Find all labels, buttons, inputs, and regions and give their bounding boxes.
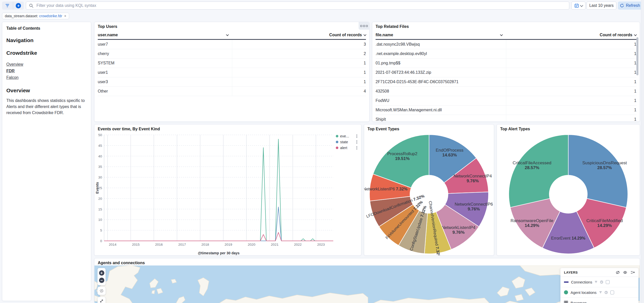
layer-row-agent-locations[interactable]: Agent locations xyxy=(560,287,638,298)
svg-text:2023: 2023 xyxy=(317,243,325,246)
table-cell[interactable]: 1 xyxy=(506,115,636,122)
remove-filter-icon[interactable]: × xyxy=(64,14,66,18)
collapse-layers-panel-icon[interactable] xyxy=(630,270,635,274)
legend-label[interactable]: state xyxy=(340,140,348,144)
table-row[interactable]: user73 xyxy=(98,40,366,49)
toc-link-overview[interactable]: Overview xyxy=(6,61,87,68)
table-row[interactable]: SYSTEM1 xyxy=(98,59,366,68)
layer-row-connections[interactable]: Connections xyxy=(560,277,638,287)
pie-slice-SuspiciousDnsRequest[interactable] xyxy=(568,135,628,207)
table-row[interactable]: 4325081 xyxy=(376,87,636,96)
table-row[interactable]: 2F71C2D4-D215-453E-BF4C-D6C0375028711 xyxy=(376,77,636,87)
table-cell[interactable]: Microsoft.WSMan.Management.ni.dll xyxy=(376,108,506,112)
table-row[interactable]: user31 xyxy=(98,77,366,87)
table-row[interactable]: .dat.nosync2c98.VBwjsq1 xyxy=(376,40,636,49)
pie-slice-CriticalFileAccessed[interactable] xyxy=(509,135,568,207)
table-row[interactable]: cherry2 xyxy=(98,49,366,59)
table-cell[interactable]: ShipIt xyxy=(376,117,506,122)
table-cell[interactable]: 1 xyxy=(232,68,366,77)
table-cell[interactable]: 01.png.tmp$$ xyxy=(376,61,506,65)
table-cell[interactable]: 1 xyxy=(232,59,366,68)
filter-icon xyxy=(6,4,9,7)
column-header[interactable]: file.name xyxy=(376,33,506,37)
legend-label[interactable]: eve... xyxy=(340,134,349,138)
table-cell[interactable]: 1 xyxy=(232,77,366,86)
table-scrollbar-thumb[interactable] xyxy=(636,37,638,75)
date-picker-button[interactable] xyxy=(571,2,586,10)
legend-item[interactable]: state xyxy=(336,140,357,144)
table-cell[interactable]: SYSTEM xyxy=(98,61,232,65)
pie-label: ProcessRollup2 xyxy=(387,151,417,156)
legend-label[interactable]: alert xyxy=(340,146,347,150)
table-cell[interactable]: user7 xyxy=(98,42,232,47)
top-alert-types-title: Top Alert Types xyxy=(500,127,530,131)
table-cell[interactable]: 1 xyxy=(506,96,636,105)
table-row[interactable]: Other4 xyxy=(98,87,366,96)
toc-link-fdr[interactable]: FDR xyxy=(6,68,87,74)
search-input[interactable] xyxy=(36,3,566,8)
column-header[interactable]: Count of records xyxy=(232,33,366,37)
add-filter-button[interactable]: + xyxy=(13,2,24,10)
hide-all-layers-icon[interactable] xyxy=(616,270,620,275)
kql-search-bar[interactable] xyxy=(26,2,569,10)
filter-pill[interactable]: data_stream.dataset: crowdstrike.fdr × xyxy=(2,13,69,19)
pie-label-pct: 9.76% xyxy=(466,179,479,183)
table-cell[interactable]: user1 xyxy=(98,70,232,75)
filter-pill-value: crowdstrike.fdr xyxy=(39,14,62,18)
svg-text:20: 20 xyxy=(98,197,102,201)
table-cell[interactable]: 4 xyxy=(232,87,366,96)
column-header[interactable]: Count of records xyxy=(506,33,636,37)
layer-filter-icon[interactable] xyxy=(595,281,597,283)
layer-time-filter-icon[interactable] xyxy=(600,280,603,284)
chevron-down-icon xyxy=(580,4,583,7)
legend-item[interactable]: alert xyxy=(336,146,357,150)
table-cell[interactable]: 1 xyxy=(506,87,636,96)
table-cell[interactable]: 2 xyxy=(232,49,366,58)
table-cell[interactable]: Other xyxy=(98,89,232,94)
table-cell[interactable]: .net.example.desktop.ev80yl xyxy=(376,51,506,56)
table-cell[interactable]: 2F71C2D4-D215-453E-BF4C-D6C037502871 xyxy=(376,80,506,84)
table-row[interactable]: Microsoft.WSMan.Management.ni.dll1 xyxy=(376,105,636,115)
column-header[interactable]: user.name xyxy=(98,33,232,37)
page-scrollbar[interactable] xyxy=(641,0,644,303)
table-cell[interactable]: 3 xyxy=(232,40,366,49)
layer-time-filter-icon[interactable] xyxy=(604,291,608,294)
layer-name: Connections xyxy=(571,280,592,284)
table-cell[interactable]: user3 xyxy=(98,80,232,84)
table-cell[interactable]: 432508 xyxy=(376,89,506,94)
table-cell[interactable]: 2021-07-06T23:44:46.133Z.zip xyxy=(376,70,506,75)
filter-menu-button[interactable] xyxy=(2,2,13,10)
time-range-button[interactable]: Last 10 years xyxy=(587,2,616,10)
refresh-button[interactable]: Refresh xyxy=(618,2,642,10)
table-row[interactable]: FodWU1 xyxy=(376,96,636,105)
table-cell[interactable]: 1 xyxy=(506,68,636,77)
show-all-layers-icon[interactable] xyxy=(623,270,627,275)
world-map[interactable] xyxy=(94,265,640,303)
layer-row-basemap[interactable]: Basemap xyxy=(560,298,638,303)
table-row[interactable]: 2021-07-06T23:44:46.133Z.zip1 xyxy=(376,68,636,77)
map-fullscreen-button[interactable] xyxy=(97,297,106,303)
table-cell[interactable]: cherry xyxy=(98,51,232,56)
layer-checkbox[interactable] xyxy=(606,280,610,284)
layer-filter-icon[interactable] xyxy=(599,291,602,294)
table-cell[interactable]: 1 xyxy=(506,40,636,49)
table-cell[interactable]: FodWU xyxy=(376,98,506,103)
layer-checkbox[interactable] xyxy=(610,291,614,294)
svg-text:10: 10 xyxy=(98,218,102,222)
map-locate-button[interactable] xyxy=(97,287,106,295)
toc-link-falcon[interactable]: Falcon xyxy=(6,74,87,81)
table-cell[interactable]: 1 xyxy=(506,59,636,68)
table-row[interactable]: user11 xyxy=(98,68,366,77)
legend-item[interactable]: eve... xyxy=(336,134,357,138)
panel-options-button[interactable] xyxy=(359,22,369,30)
table-cell[interactable]: 1 xyxy=(506,77,636,86)
table-row[interactable]: .net.example.desktop.ev80yl1 xyxy=(376,49,636,59)
table-row[interactable]: ShipIt1 xyxy=(376,115,636,122)
svg-text:2014: 2014 xyxy=(109,243,117,246)
zoom-in-button[interactable]: + xyxy=(99,270,104,276)
table-cell[interactable]: .dat.nosync2c98.VBwjsq xyxy=(376,42,506,47)
table-cell[interactable]: 1 xyxy=(506,49,636,58)
zoom-out-button[interactable]: − xyxy=(99,278,104,283)
table-row[interactable]: 01.png.tmp$$1 xyxy=(376,59,636,68)
table-cell[interactable]: 1 xyxy=(506,105,636,115)
